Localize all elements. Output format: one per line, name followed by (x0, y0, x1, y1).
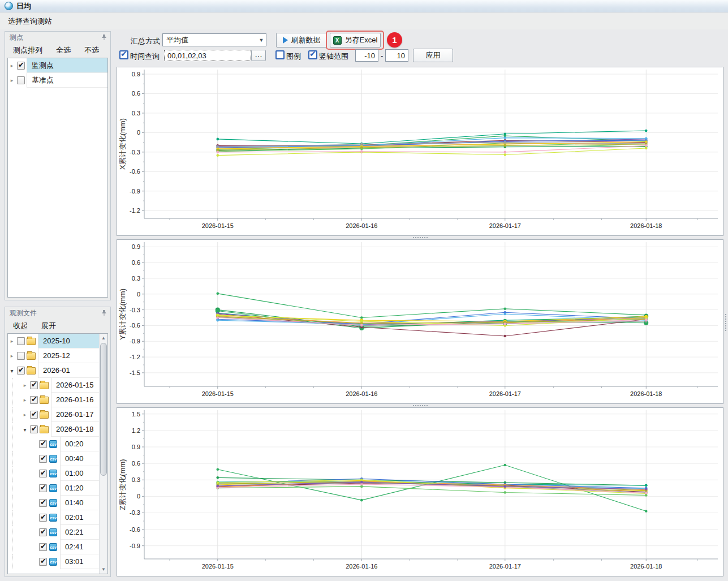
tree-checkbox[interactable] (17, 352, 25, 360)
tree-item[interactable]: csv00:20 (8, 437, 99, 451)
menu-item-select-station[interactable]: 选择查询测站 (0, 12, 58, 30)
tree-item-label[interactable]: 01:20 (60, 481, 99, 496)
tree-item[interactable]: ▸2026-01-17 (8, 407, 99, 422)
tree-item[interactable]: csv01:20 (8, 481, 99, 496)
points-sort-button[interactable]: 测点排列 (7, 44, 48, 57)
indent-guide (12, 496, 30, 510)
tree-checkbox[interactable] (39, 514, 47, 522)
collapse-arrow-icon[interactable]: ▾ (8, 368, 16, 374)
tree-item-label[interactable]: 01:40 (60, 496, 99, 510)
scroll-down-arrow[interactable]: ▼ (100, 565, 107, 574)
y-max-input[interactable]: 10 (385, 49, 408, 62)
tree-item[interactable]: ▸2025-12 (8, 348, 99, 363)
tree-item-label[interactable]: 01:00 (60, 466, 99, 481)
tree-item[interactable]: ▸2025-10 (8, 334, 99, 348)
tree-item[interactable]: csv02:01 (8, 510, 99, 525)
refresh-data-label: 刷新数据 (291, 35, 321, 45)
tree-item-label[interactable]: 2026-01-18 (51, 422, 99, 437)
tree-item-label[interactable]: 02:41 (60, 540, 99, 554)
time-query-ellipsis-button[interactable]: ··· (251, 50, 266, 61)
tree-item-label[interactable]: 基准点 (27, 73, 107, 88)
time-query-checkbox[interactable] (119, 50, 128, 59)
tree-item-label[interactable]: 03:01 (60, 554, 99, 569)
tree-item-label[interactable]: 2026-01-17 (51, 407, 99, 422)
tree-item[interactable]: csv01:00 (8, 466, 99, 481)
pin-icon[interactable] (101, 309, 107, 316)
tree-checkbox[interactable] (17, 62, 25, 70)
files-tree-scrollbar[interactable]: ▲ ▼ (99, 334, 107, 574)
folder-icon (40, 411, 49, 419)
pin-icon[interactable] (101, 34, 107, 41)
tree-checkbox[interactable] (39, 558, 47, 566)
points-select-none-button[interactable]: 不选 (79, 44, 105, 57)
legend-checkbox[interactable] (275, 50, 285, 59)
svg-text:-0.3: -0.3 (130, 307, 140, 313)
expand-arrow-icon[interactable]: ▸ (8, 338, 16, 344)
tree-checkbox[interactable] (30, 411, 38, 419)
refresh-data-button[interactable]: 刷新数据 (276, 33, 327, 48)
tree-checkbox[interactable] (17, 337, 25, 345)
tree-item[interactable]: csv02:41 (8, 540, 99, 554)
svg-text:2026-01-16: 2026-01-16 (346, 563, 377, 570)
tree-checkbox[interactable] (17, 76, 25, 84)
tree-checkbox[interactable] (39, 499, 47, 507)
tree-item-label[interactable]: 02:01 (60, 510, 99, 525)
tree-checkbox[interactable] (30, 396, 38, 404)
scroll-thumb[interactable] (100, 343, 107, 476)
tree-checkbox[interactable] (30, 381, 38, 389)
points-select-all-button[interactable]: 全选 (50, 44, 76, 57)
expand-arrow-icon[interactable]: ▸ (8, 63, 16, 68)
tree-checkbox[interactable] (39, 455, 47, 463)
tree-item[interactable]: ▸基准点 (8, 73, 107, 88)
tree-checkbox[interactable] (39, 543, 47, 551)
tree-checkbox[interactable] (30, 425, 38, 433)
expand-arrow-icon[interactable]: ▸ (8, 78, 16, 83)
files-panel-header: 观测文件 (5, 307, 110, 319)
tree-item-label[interactable]: 02:21 (60, 525, 99, 540)
right-edge-splitter[interactable] (724, 305, 727, 339)
tree-checkbox[interactable] (39, 528, 47, 536)
expand-arrow-icon[interactable]: ▸ (21, 412, 29, 418)
tree-checkbox[interactable] (39, 440, 47, 448)
tree-checkbox[interactable] (39, 470, 47, 477)
tree-item[interactable]: ▾2026-01 (8, 363, 99, 378)
tree-item-label[interactable]: 2026-01-15 (51, 378, 99, 393)
tree-item-label[interactable]: 2025-10 (38, 334, 99, 348)
tree-item-label[interactable]: 00:40 (60, 451, 99, 466)
tree-item-label[interactable]: 2026-01 (38, 363, 99, 378)
files-collapse-button[interactable]: 收起 (7, 319, 33, 333)
tree-item[interactable]: ▸监测点 (8, 58, 107, 73)
y-range-checkbox[interactable] (308, 50, 317, 59)
svg-text:0.3: 0.3 (132, 275, 140, 282)
y-min-input[interactable]: -10 (355, 49, 378, 62)
time-query-input[interactable]: 00,01,02,03 (164, 50, 251, 61)
collapse-arrow-icon[interactable]: ▾ (21, 427, 29, 433)
tree-checkbox[interactable] (17, 367, 25, 375)
tree-item-label[interactable]: 2025-12 (38, 348, 99, 363)
tree-item[interactable]: csv02:21 (8, 525, 99, 540)
files-expand-button[interactable]: 展开 (36, 319, 62, 333)
expand-arrow-icon[interactable]: ▸ (8, 353, 16, 359)
svg-text:0.3: 0.3 (132, 476, 140, 483)
svg-text:0.6: 0.6 (132, 460, 140, 467)
tree-checkbox[interactable] (39, 484, 47, 492)
tree-item-label[interactable]: 2026-01-16 (51, 393, 99, 407)
svg-text:2026-01-17: 2026-01-17 (489, 390, 521, 397)
expand-arrow-icon[interactable]: ▸ (21, 397, 29, 403)
summary-mode-label: 汇总方式 (131, 36, 160, 46)
tree-item[interactable]: ▸2026-01-15 (8, 378, 99, 393)
tree-item[interactable]: csv03:01 (8, 554, 99, 569)
tree-item-label[interactable]: 监测点 (27, 58, 107, 73)
svg-text:1.2: 1.2 (132, 427, 140, 434)
tree-item[interactable]: ▸2026-01-16 (8, 393, 99, 407)
expand-arrow-icon[interactable]: ▸ (21, 382, 29, 388)
apply-button[interactable]: 应用 (413, 49, 453, 62)
summary-mode-combobox[interactable]: 平均值 ▼ (162, 33, 266, 46)
tree-item[interactable]: csv01:40 (8, 496, 99, 510)
scroll-up-arrow[interactable]: ▲ (100, 334, 107, 342)
indent-guide (12, 466, 30, 481)
tree-item[interactable]: csv00:40 (8, 451, 99, 466)
svg-text:-0.6: -0.6 (130, 526, 140, 533)
tree-item-label[interactable]: 00:20 (60, 437, 99, 451)
tree-item[interactable]: ▾2026-01-18 (8, 422, 99, 437)
